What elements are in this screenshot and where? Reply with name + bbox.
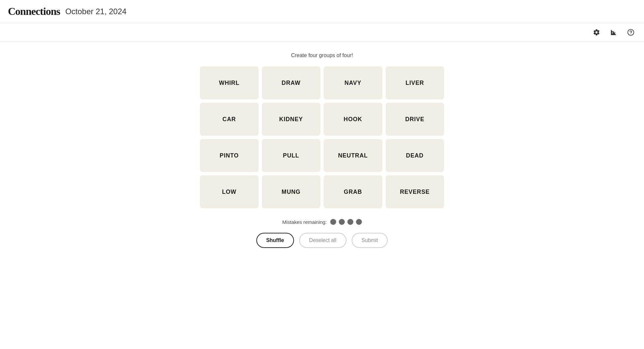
tile-draw[interactable]: DRAW — [262, 66, 321, 99]
subtitle: Create four groups of four! — [291, 52, 353, 58]
tile-reverse[interactable]: REVERSE — [386, 175, 444, 208]
shuffle-button[interactable]: Shuffle — [256, 233, 294, 248]
submit-button[interactable]: Submit — [352, 233, 388, 248]
mistake-dot-3 — [356, 219, 362, 225]
app-title: Connections — [8, 5, 60, 17]
tile-pinto[interactable]: PINTO — [200, 139, 259, 172]
mistakes-label: Mistakes remaining: — [282, 219, 327, 225]
settings-icon[interactable] — [591, 27, 602, 38]
tile-drive[interactable]: DRIVE — [386, 103, 444, 136]
toolbar — [0, 23, 644, 42]
tile-kidney[interactable]: KIDNEY — [262, 103, 321, 136]
tile-grab[interactable]: GRAB — [324, 175, 382, 208]
mistake-dots — [330, 219, 362, 225]
tile-mung[interactable]: MUNG — [262, 175, 321, 208]
tile-liver[interactable]: LIVER — [386, 66, 444, 99]
action-buttons: Shuffle Deselect all Submit — [256, 233, 388, 248]
tile-pull[interactable]: PULL — [262, 139, 321, 172]
mistake-dot-0 — [330, 219, 336, 225]
tile-low[interactable]: LOW — [200, 175, 259, 208]
deselect-all-button[interactable]: Deselect all — [299, 233, 346, 248]
leaderboard-icon[interactable] — [608, 27, 619, 38]
tile-navy[interactable]: NAVY — [324, 66, 382, 99]
tile-hook[interactable]: HOOK — [324, 103, 382, 136]
mistakes-section: Mistakes remaining: — [282, 219, 362, 225]
tile-dead[interactable]: DEAD — [386, 139, 444, 172]
mistake-dot-1 — [339, 219, 345, 225]
tile-car[interactable]: CAR — [200, 103, 259, 136]
tile-neutral[interactable]: NEUTRAL — [324, 139, 382, 172]
main-content: Create four groups of four! WHIRLDRAWNAV… — [0, 42, 644, 259]
header: Connections October 21, 2024 — [0, 0, 644, 23]
word-grid: WHIRLDRAWNAVYLIVERCARKIDNEYHOOKDRIVEPINT… — [200, 66, 444, 208]
tile-whirl[interactable]: WHIRL — [200, 66, 259, 99]
mistake-dot-2 — [347, 219, 353, 225]
header-date: October 21, 2024 — [65, 7, 126, 16]
help-icon[interactable] — [626, 27, 636, 38]
